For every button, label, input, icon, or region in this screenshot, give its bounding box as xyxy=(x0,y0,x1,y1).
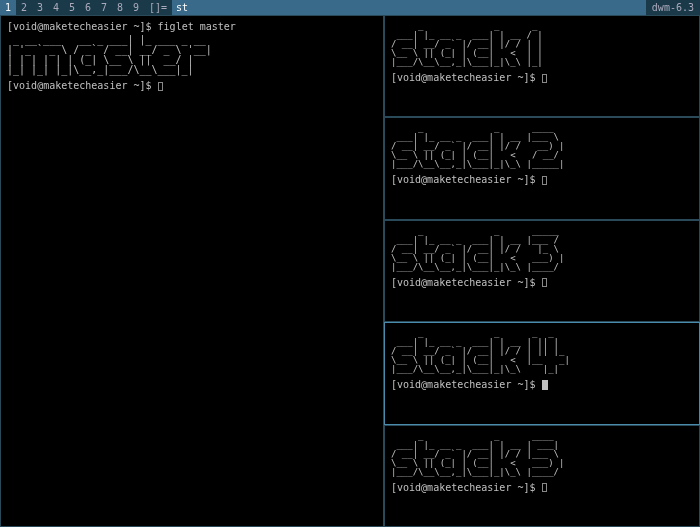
prompt-line: [void@maketecheasier ~]$ xyxy=(391,173,693,186)
figlet-output-stack-4: _ _ _ _ ___| |_ __ _ ___| | __ | || | / … xyxy=(391,329,693,374)
figlet-output-stack-2: _ _ ____ ___| |_ __ _ ___| | __ |___ \ /… xyxy=(391,124,693,169)
figlet-output-master: _ __ ___ __ _ ___| |_ ___ _ __ | '_ ` _ … xyxy=(7,35,377,75)
prompt-line: [void@maketecheasier ~]$ xyxy=(391,71,693,84)
terminal-stack-1[interactable]: _ _ _ ___| |_ __ _ ___| | __ / | / __| _… xyxy=(384,15,700,117)
tag-2[interactable]: 2 xyxy=(16,0,32,15)
terminal-master[interactable]: [void@maketecheasier ~]$ figlet master _… xyxy=(0,15,384,527)
stack-column: _ _ _ ___| |_ __ _ ___| | __ / | / __| _… xyxy=(384,15,700,527)
tag-5[interactable]: 5 xyxy=(64,0,80,15)
status-bar: 123456789 []= st dwm-6.3 xyxy=(0,0,700,15)
tag-4[interactable]: 4 xyxy=(48,0,64,15)
tag-7[interactable]: 7 xyxy=(96,0,112,15)
cursor-icon xyxy=(542,278,547,287)
tag-8[interactable]: 8 xyxy=(112,0,128,15)
terminal-stack-2[interactable]: _ _ ____ ___| |_ __ _ ___| | __ |___ \ /… xyxy=(384,117,700,219)
tag-3[interactable]: 3 xyxy=(32,0,48,15)
tag-1[interactable]: 1 xyxy=(0,0,16,15)
terminal-stack-5[interactable]: _ _ ____ ___| |_ __ _ ___| | __ | ___| /… xyxy=(384,425,700,527)
prompt-line: [void@maketecheasier ~]$ xyxy=(391,378,693,391)
cursor-icon xyxy=(542,176,547,185)
prompt-line: [void@maketecheasier ~]$ xyxy=(391,276,693,289)
terminal-stack-3[interactable]: _ _ _____ ___| |_ __ _ ___| | __ |___ / … xyxy=(384,220,700,322)
terminal-stack-4[interactable]: _ _ _ _ ___| |_ __ _ ___| | __ | || | / … xyxy=(384,322,700,424)
layout-symbol[interactable]: []= xyxy=(144,0,172,15)
window-title: st xyxy=(172,0,646,15)
master-column: [void@maketecheasier ~]$ figlet master _… xyxy=(0,15,384,527)
prompt-line: [void@maketecheasier ~]$ xyxy=(391,481,693,494)
cursor-icon xyxy=(542,483,547,492)
cursor-icon xyxy=(542,380,548,390)
status-text: dwm-6.3 xyxy=(646,0,700,15)
figlet-output-stack-1: _ _ _ ___| |_ __ _ ___| | __ / | / __| _… xyxy=(391,22,693,67)
tiling-area: [void@maketecheasier ~]$ figlet master _… xyxy=(0,15,700,527)
cursor-icon xyxy=(158,82,163,91)
prompt-line: [void@maketecheasier ~]$ figlet master xyxy=(7,20,377,33)
prompt-line: [void@maketecheasier ~]$ xyxy=(7,79,377,92)
tag-6[interactable]: 6 xyxy=(80,0,96,15)
figlet-output-stack-5: _ _ ____ ___| |_ __ _ ___| | __ | ___| /… xyxy=(391,432,693,477)
figlet-output-stack-3: _ _ _____ ___| |_ __ _ ___| | __ |___ / … xyxy=(391,227,693,272)
cursor-icon xyxy=(542,74,547,83)
tag-9[interactable]: 9 xyxy=(128,0,144,15)
